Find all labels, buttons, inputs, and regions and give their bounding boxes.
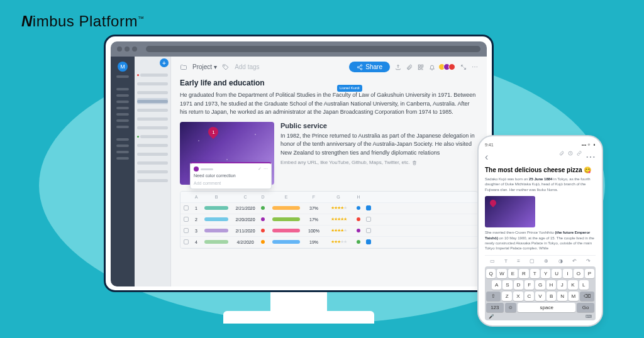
key-N[interactable]: N bbox=[557, 292, 567, 301]
key-X[interactable]: X bbox=[513, 292, 523, 301]
phone-format-toolbar: ▭ T ≡ ▢ ⊕ ◑ ↶ ↷ bbox=[485, 255, 596, 264]
table-header-row: ABCDEFGH bbox=[180, 192, 477, 203]
svg-rect-4 bbox=[418, 65, 420, 67]
key-K[interactable]: K bbox=[568, 280, 577, 290]
svg-point-1 bbox=[361, 64, 363, 66]
key-Y[interactable]: Y bbox=[541, 269, 550, 278]
folder-icon bbox=[180, 63, 187, 71]
key-W[interactable]: W bbox=[497, 269, 506, 278]
key-J[interactable]: J bbox=[557, 280, 567, 290]
phone-status-bar: 9:41 ••• ᯤ ▮ bbox=[485, 143, 596, 147]
heading-2: Public service bbox=[280, 122, 478, 129]
key-I[interactable]: I bbox=[563, 269, 572, 278]
svg-point-0 bbox=[224, 65, 225, 66]
heading-1: Early life and education bbox=[180, 79, 478, 87]
workspace-avatar[interactable]: M bbox=[118, 62, 128, 72]
key-G[interactable]: G bbox=[535, 280, 545, 290]
clock-icon[interactable] bbox=[568, 151, 573, 156]
table-row[interactable]: 12/21/202037%★★★★★ bbox=[180, 203, 477, 214]
phone-toolbar: ‹ ⋯ bbox=[485, 151, 596, 163]
undo-icon[interactable]: ↶ bbox=[572, 258, 577, 264]
add-note-button[interactable]: + bbox=[160, 58, 169, 67]
editor-area: Project▾ Add tags Share bbox=[171, 57, 487, 286]
attachment-icon[interactable] bbox=[406, 64, 413, 70]
more-icon[interactable]: ⋯ bbox=[472, 63, 478, 70]
note-list-panel: + bbox=[135, 57, 171, 286]
key-space[interactable]: space bbox=[518, 303, 575, 312]
key-B[interactable]: B bbox=[547, 292, 557, 301]
redo-icon[interactable]: ↷ bbox=[586, 258, 591, 264]
svg-rect-5 bbox=[421, 65, 423, 67]
more-icon[interactable]: ⋯ bbox=[586, 151, 596, 163]
table-row[interactable]: 32/11/2020100%★★★★★ bbox=[180, 226, 477, 237]
image-icon[interactable]: ▢ bbox=[530, 258, 535, 264]
add-tags-button[interactable]: Add tags bbox=[235, 63, 259, 70]
comment-popover[interactable]: ✓⋯ Need color correction Add comment bbox=[190, 162, 272, 189]
key-V[interactable]: V bbox=[535, 292, 545, 301]
key-A[interactable]: A bbox=[492, 280, 501, 290]
desktop-monitor: M + bbox=[104, 35, 494, 324]
qr-icon[interactable] bbox=[418, 64, 424, 70]
paragraph-1[interactable]: He graduated from the Department of Poli… bbox=[180, 91, 478, 117]
window-titlebar bbox=[111, 41, 487, 57]
phone-paragraph-2[interactable]: She married then-Crown Prince Yoshihito … bbox=[485, 230, 596, 251]
format-bold-icon[interactable]: ▭ bbox=[490, 258, 495, 264]
table-row[interactable]: 22/20/202017%★★★★★ bbox=[180, 214, 477, 226]
palette-icon[interactable]: ◑ bbox=[558, 258, 563, 264]
key-⌫[interactable]: ⌫ bbox=[580, 292, 594, 301]
key-R[interactable]: R bbox=[519, 269, 528, 278]
key-D[interactable]: D bbox=[514, 280, 523, 290]
share-button[interactable]: Share bbox=[349, 62, 390, 72]
breadcrumb[interactable]: Project▾ bbox=[192, 63, 217, 70]
tag-icon bbox=[222, 63, 230, 71]
svg-rect-6 bbox=[418, 67, 420, 69]
trash-icon[interactable] bbox=[412, 160, 417, 165]
key-T[interactable]: T bbox=[530, 269, 540, 278]
key-emoji[interactable]: ☺ bbox=[505, 303, 516, 312]
key-Z[interactable]: Z bbox=[502, 292, 512, 301]
key-H[interactable]: H bbox=[547, 280, 556, 290]
attachment-icon[interactable] bbox=[559, 151, 564, 156]
bell-icon[interactable] bbox=[429, 64, 435, 70]
expand-icon[interactable] bbox=[460, 64, 467, 70]
text-icon[interactable]: T bbox=[504, 258, 508, 264]
key-123[interactable]: 123 bbox=[486, 303, 504, 312]
add-icon[interactable]: ⊕ bbox=[544, 258, 548, 264]
link-icon[interactable] bbox=[577, 151, 582, 156]
export-icon[interactable] bbox=[395, 64, 401, 70]
key-U[interactable]: U bbox=[552, 269, 561, 278]
collaborator-avatars[interactable] bbox=[440, 63, 455, 70]
key-O[interactable]: O bbox=[574, 269, 583, 278]
annotation-pin[interactable] bbox=[489, 199, 497, 207]
key-S[interactable]: S bbox=[502, 280, 512, 290]
share-icon bbox=[357, 64, 363, 70]
key-M[interactable]: M bbox=[569, 292, 579, 301]
key-dismiss-icon[interactable]: ⌨︎ bbox=[586, 314, 592, 319]
table-row[interactable]: 44/2/202019%★★★★★ bbox=[180, 237, 477, 248]
phone-doc-title[interactable]: The most delicious cheese pizza 😋 bbox=[485, 166, 596, 174]
key-⇧[interactable]: ⇧ bbox=[486, 292, 501, 301]
key-Q[interactable]: Q bbox=[486, 269, 496, 278]
key-E[interactable]: E bbox=[508, 269, 518, 278]
brand-logo: NNimbus Platformimbus Platform™ bbox=[21, 13, 144, 30]
key-C[interactable]: C bbox=[525, 292, 535, 301]
key-P[interactable]: P bbox=[585, 269, 594, 278]
phone-inline-image[interactable] bbox=[485, 196, 535, 227]
mobile-phone: 9:41 ••• ᯤ ▮ ‹ ⋯ The most delicious chee… bbox=[477, 135, 603, 327]
collaborator-cursor-label: Lionel Kurdi bbox=[337, 85, 362, 92]
back-icon[interactable]: ‹ bbox=[485, 151, 488, 163]
data-table[interactable]: ABCDEFGH 12/21/202037%★★★★★22/20/202017%… bbox=[180, 191, 478, 249]
align-icon[interactable]: ≡ bbox=[517, 258, 520, 264]
embed-placeholder[interactable]: Embed any URL, like YouTube, Github, Map… bbox=[280, 160, 478, 165]
key-mic-icon[interactable]: 🎤 bbox=[489, 314, 494, 319]
note-list-item-selected[interactable] bbox=[137, 98, 168, 104]
key-F[interactable]: F bbox=[525, 280, 534, 290]
key-L[interactable]: L bbox=[579, 280, 589, 290]
paragraph-2[interactable]: In 1982, the Prince returned to Australi… bbox=[280, 132, 478, 158]
svg-point-3 bbox=[361, 68, 363, 70]
annotation-pin[interactable]: 1 bbox=[206, 124, 221, 139]
workspace-rail: M bbox=[111, 57, 135, 286]
phone-paragraph-1[interactable]: Sadako Kujō was born on 25 June 1884 in … bbox=[485, 177, 596, 192]
add-comment-input[interactable]: Add comment bbox=[194, 181, 268, 185]
key-go[interactable]: Go bbox=[577, 303, 594, 312]
